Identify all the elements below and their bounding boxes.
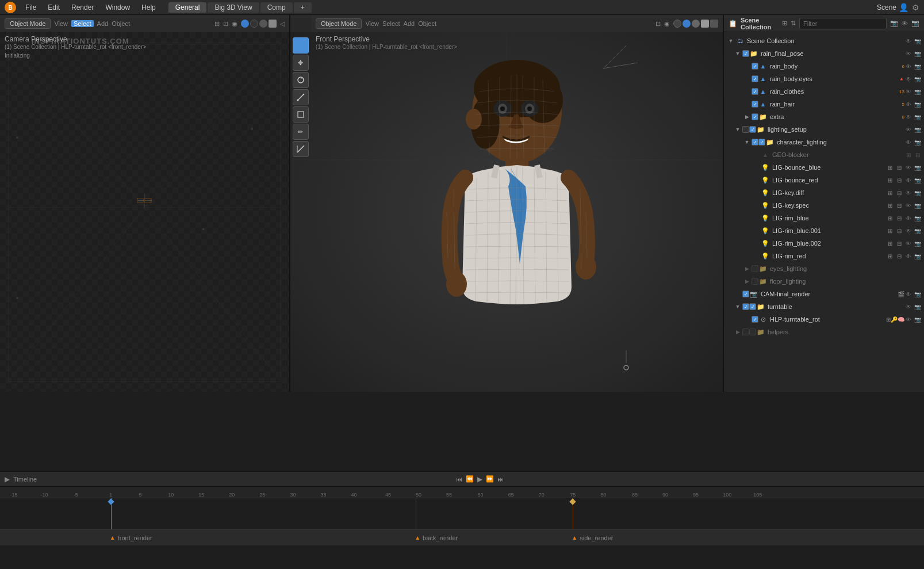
- right-shading5[interactable]: [710, 20, 718, 28]
- cb-eyes-lighting[interactable]: [752, 265, 758, 272]
- left-object-menu[interactable]: Object: [112, 20, 130, 27]
- right-shading1[interactable]: [673, 20, 681, 28]
- viewport-shading-material[interactable]: [250, 20, 258, 28]
- left-select-menu[interactable]: Select: [71, 20, 94, 27]
- lrr-e2[interactable]: ⊟: [895, 252, 903, 260]
- cb-rain-body-eyes[interactable]: [752, 75, 758, 82]
- cb-cam-final[interactable]: [742, 291, 749, 297]
- cursor-tool-btn[interactable]: [293, 37, 309, 54]
- cb-turntable[interactable]: [742, 303, 749, 310]
- cb-rain-hair[interactable]: [752, 101, 758, 108]
- left-mode-button[interactable]: Object Mode: [5, 18, 51, 29]
- rbe-vis[interactable]: 👁: [904, 75, 913, 83]
- outliner-filter-icon[interactable]: ⊞: [782, 20, 787, 27]
- tree-item-lig-bounce-blue[interactable]: ▶ 💡 LIG-bounce_blue ⊞ ⊟ 👁 📷: [724, 161, 924, 174]
- menu-render[interactable]: Render: [67, 2, 98, 13]
- lbr-cam[interactable]: 📷: [914, 176, 922, 184]
- expand-turntable[interactable]: ▼: [733, 302, 742, 311]
- cb-rain-body[interactable]: [752, 63, 758, 70]
- expand-floor-lighting[interactable]: ▶: [742, 277, 752, 286]
- lrb1-e1[interactable]: ⊞: [886, 227, 894, 235]
- lbr-e2[interactable]: ⊟: [895, 176, 903, 184]
- right-shading4[interactable]: [701, 20, 709, 28]
- tt-vis[interactable]: 👁: [904, 303, 913, 311]
- timeline-ctrl2[interactable]: ⏪: [466, 475, 474, 483]
- left-viewport-icon3[interactable]: ◉: [232, 20, 237, 28]
- outliner-camera-icon[interactable]: 📷: [890, 20, 898, 27]
- tab-general[interactable]: General: [168, 2, 207, 13]
- menu-edit[interactable]: Edit: [43, 2, 64, 13]
- cb-lighting-setup2[interactable]: [749, 126, 756, 133]
- cb-char-lighting[interactable]: [752, 139, 758, 146]
- rc-cam[interactable]: 📷: [914, 87, 922, 96]
- tree-item-rain-final-pose[interactable]: ▼ 📁 rain_final_pose 👁 📷: [724, 47, 924, 60]
- expand-rain-body[interactable]: ▶: [742, 62, 752, 71]
- right-object-menu[interactable]: Object: [418, 20, 436, 27]
- left-viewport-content[interactable]: [0, 32, 289, 392]
- settings-icon[interactable]: ⚙: [912, 3, 919, 12]
- left-viewport-icon2[interactable]: ⊡: [223, 20, 228, 28]
- tab-comp[interactable]: Comp: [260, 2, 293, 13]
- tree-item-lig-rim-blue001[interactable]: ▶ 💡 LIG-rim_blue.001 ⊞ ⊟ 👁 📷: [724, 224, 924, 237]
- right-mode-button[interactable]: Object Mode: [316, 18, 362, 29]
- cb-hlp-turntable[interactable]: [752, 316, 758, 323]
- timeline-track[interactable]: [0, 498, 924, 529]
- right-add-menu[interactable]: Add: [404, 20, 415, 27]
- right-view-menu[interactable]: View: [365, 20, 379, 27]
- cl-cam[interactable]: 📷: [914, 138, 922, 146]
- left-collapse[interactable]: ◁: [280, 20, 285, 28]
- right-shading2[interactable]: [683, 20, 691, 28]
- tree-item-hlp-turntable-rot[interactable]: ▶ ⊙ HLP-turntable_rot ⊞🔑🧠 👁 📷: [724, 313, 924, 326]
- lkd-e1[interactable]: ⊞: [886, 189, 894, 197]
- annotate-tool-btn[interactable]: ✏: [293, 124, 309, 140]
- tree-item-rain-clothes[interactable]: ▶ ▲ rain_clothes 13 👁 📷: [724, 85, 924, 98]
- right-shading3[interactable]: [692, 20, 700, 28]
- cb-char-lighting2[interactable]: [758, 139, 765, 146]
- gb-extra2[interactable]: ⊟: [914, 151, 922, 159]
- right-viewport-icon2[interactable]: ◉: [664, 20, 670, 28]
- right-viewport[interactable]: ✥ ✏ Object Mode: [290, 15, 723, 392]
- htr-cam[interactable]: 📷: [914, 315, 922, 323]
- gb-extra1[interactable]: ⊞: [904, 151, 913, 159]
- left-viewport-icon1[interactable]: ⊞: [214, 20, 220, 28]
- cf-cam[interactable]: 📷: [914, 290, 922, 298]
- left-viewport[interactable]: Object Mode View Select Add Object ⊞ ⊡ ◉…: [0, 15, 290, 392]
- tree-item-extra[interactable]: ▶ 📁 extra 8 👁 📷: [724, 110, 924, 123]
- lrb1-cam[interactable]: 📷: [914, 227, 922, 235]
- tree-item-lig-rim-red[interactable]: ▶ 💡 LIG-rim_red ⊞ ⊟ 👁 📷: [724, 250, 924, 262]
- ls-vis[interactable]: 👁: [904, 125, 913, 133]
- lbr-e1[interactable]: ⊞: [886, 176, 894, 184]
- cb-extra[interactable]: [752, 113, 758, 120]
- user-icon[interactable]: 👤: [899, 3, 908, 12]
- lrb2-cam[interactable]: 📷: [914, 239, 922, 247]
- outliner-sort-icon[interactable]: ⇅: [791, 20, 796, 27]
- cb-rain-final-pose[interactable]: [742, 50, 749, 57]
- cb-helpers[interactable]: [742, 329, 749, 335]
- measure-tool-btn[interactable]: [293, 141, 309, 157]
- lbr-vis[interactable]: 👁: [904, 176, 913, 184]
- tt-cam[interactable]: 📷: [914, 303, 922, 311]
- lrb-cam[interactable]: 📷: [914, 214, 922, 222]
- tab-add[interactable]: +: [294, 2, 312, 13]
- timeline-ctrl1[interactable]: ⏮: [456, 476, 462, 483]
- rfp-vis-icon[interactable]: 👁: [904, 49, 913, 58]
- ex-vis[interactable]: 👁: [904, 113, 913, 121]
- tree-item-lig-key-diff[interactable]: ▶ 💡 LIG-key.diff ⊞ ⊟ 👁 📷: [724, 186, 924, 199]
- cl-vis[interactable]: 👁: [904, 138, 913, 146]
- rb-cam[interactable]: 📷: [914, 62, 922, 70]
- rh-vis[interactable]: 👁: [904, 100, 913, 108]
- timeline-ctrl3[interactable]: ▶: [477, 475, 482, 483]
- viewport-shading-solid[interactable]: [241, 20, 249, 28]
- expand-scene-collection[interactable]: ▼: [726, 36, 735, 45]
- lks-cam[interactable]: 📷: [914, 201, 922, 209]
- lrr-vis[interactable]: 👁: [904, 252, 913, 260]
- lrb1-e2[interactable]: ⊟: [895, 227, 903, 235]
- rc-vis[interactable]: 👁: [904, 87, 913, 96]
- rb-vis[interactable]: 👁: [904, 62, 913, 70]
- outliner-restrict1[interactable]: 👁: [902, 20, 908, 27]
- htr-vis[interactable]: 👁: [904, 315, 913, 323]
- tree-item-turntable[interactable]: ▼ 📁 turntable 👁 📷: [724, 300, 924, 313]
- lrb2-vis[interactable]: 👁: [904, 239, 913, 247]
- cb-floor-lighting[interactable]: [752, 278, 758, 285]
- tree-item-lig-rim-blue[interactable]: ▶ 💡 LIG-rim_blue ⊞ ⊟ 👁 📷: [724, 212, 924, 224]
